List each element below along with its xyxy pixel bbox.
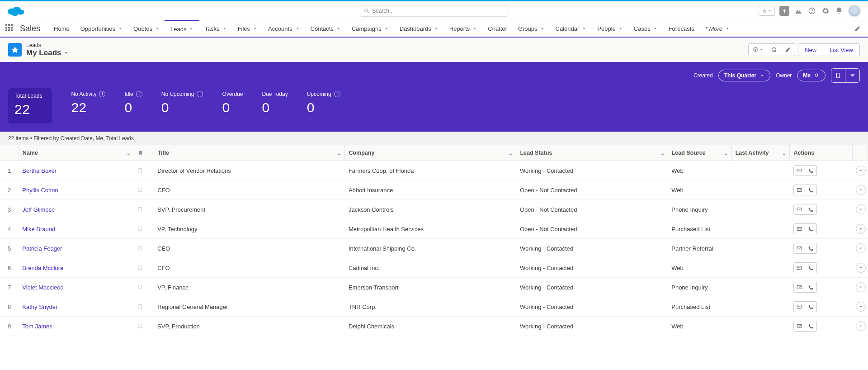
stat-overdue[interactable]: Overdue0 (222, 91, 243, 115)
call-action-button[interactable] (805, 223, 817, 234)
call-action-button[interactable] (805, 262, 817, 273)
call-action-button[interactable] (805, 243, 817, 254)
col-title[interactable]: Title⌄ (154, 145, 345, 161)
col-name[interactable]: Name⌄ (19, 145, 134, 161)
nav-item-forecasts[interactable]: Forecasts (663, 20, 700, 37)
email-action-button[interactable] (793, 204, 805, 215)
stat-total-leads[interactable]: Total Leads22 (8, 88, 52, 123)
trailhead-icon[interactable] (794, 6, 803, 15)
lead-name-link[interactable]: Phyllis Cotton (22, 187, 58, 194)
nav-item-people[interactable]: People (592, 20, 628, 37)
info-icon[interactable]: i (197, 91, 203, 97)
lead-name-link[interactable]: Jeff Glimpse (22, 206, 55, 213)
email-action-button[interactable] (793, 301, 805, 312)
row-menu-button[interactable] (856, 263, 866, 273)
owner-filter-pill[interactable]: Me (797, 70, 826, 81)
global-search[interactable] (360, 5, 508, 17)
nav-item-files[interactable]: Files (232, 20, 263, 37)
bookmark-icon[interactable] (137, 304, 150, 310)
stat-idle[interactable]: Idlei0 (124, 91, 142, 115)
bookmark-icon[interactable] (137, 265, 150, 271)
lead-name-link[interactable]: Kathy Snyder (22, 304, 57, 310)
nav-item-reports[interactable]: Reports (444, 20, 483, 37)
col-bookmark[interactable] (134, 145, 154, 161)
row-menu-button[interactable] (856, 243, 866, 253)
row-menu-button[interactable] (856, 204, 866, 214)
stat-no-activity[interactable]: No Activityi22 (71, 91, 105, 115)
call-action-button[interactable] (805, 204, 817, 215)
list-view-picker[interactable]: My Leads (26, 48, 68, 57)
row-menu-button[interactable] (856, 302, 866, 312)
info-icon[interactable]: i (334, 91, 340, 97)
nav-item-quotes[interactable]: Quotes (128, 20, 165, 37)
bookmark-icon[interactable] (137, 284, 150, 290)
email-action-button[interactable] (793, 282, 805, 293)
edit-nav-icon[interactable] (854, 25, 861, 32)
email-action-button[interactable] (793, 223, 805, 234)
nav-item-calendar[interactable]: Calendar (550, 20, 592, 37)
notifications-bell-icon[interactable] (835, 6, 844, 15)
nav-item-leads[interactable]: Leads (165, 20, 199, 37)
list-view-controls-button[interactable] (748, 43, 767, 56)
setup-gear-icon[interactable] (821, 6, 830, 15)
row-menu-button[interactable] (856, 166, 866, 176)
row-menu-button[interactable] (856, 224, 866, 234)
row-menu-button[interactable] (856, 321, 866, 331)
nav-item-groups[interactable]: Groups (513, 20, 550, 37)
stat-upcoming[interactable]: Upcomingi0 (307, 91, 340, 115)
refresh-button[interactable] (767, 43, 781, 56)
bookmark-icon[interactable] (137, 245, 150, 251)
nav-item-campaigns[interactable]: Campaigns (346, 20, 394, 37)
call-action-button[interactable] (805, 301, 817, 312)
call-action-button[interactable] (805, 165, 817, 176)
email-action-button[interactable] (793, 321, 805, 332)
info-icon[interactable]: i (99, 91, 105, 97)
app-launcher-icon[interactable] (5, 24, 14, 33)
lead-name-link[interactable]: Bertha Boxer (22, 167, 57, 174)
lead-name-link[interactable]: Mike Braund (22, 226, 55, 232)
info-icon[interactable]: i (136, 91, 142, 97)
user-avatar[interactable] (848, 5, 861, 17)
col-company[interactable]: Company⌄ (345, 145, 516, 161)
bookmark-icon[interactable] (137, 167, 150, 174)
bookmark-panel-button[interactable] (831, 68, 845, 83)
col-last-activity[interactable]: Last Activity⌄ (731, 145, 790, 161)
email-action-button[interactable] (793, 243, 805, 254)
lead-name-link[interactable]: Violet Maccleod (22, 284, 64, 291)
nav-item-dashboards[interactable]: Dashboards (394, 20, 444, 37)
nav-more[interactable]: * More (700, 25, 735, 32)
inline-edit-button[interactable] (781, 43, 795, 56)
stat-due-today[interactable]: Due Today0 (262, 91, 288, 115)
stat-no-upcoming[interactable]: No Upcomingi0 (161, 91, 203, 115)
created-filter-pill[interactable]: This Quarter (718, 70, 770, 81)
global-create-button[interactable]: + (779, 6, 789, 16)
col-lead-source[interactable]: Lead Source⌄ (668, 145, 731, 161)
salesforce-logo[interactable] (5, 4, 26, 18)
lead-name-link[interactable]: Brenda Mcclure (22, 265, 63, 271)
lead-name-link[interactable]: Tom James (22, 323, 52, 330)
favorites-button[interactable] (759, 6, 775, 16)
nav-item-opportunities[interactable]: Opportunities (75, 20, 128, 37)
list-view-button[interactable]: List View (823, 43, 860, 56)
email-action-button[interactable] (793, 185, 805, 195)
lead-name-link[interactable]: Patricia Feager (22, 245, 62, 252)
new-button[interactable]: New (798, 43, 823, 56)
bookmark-icon[interactable] (137, 206, 150, 213)
nav-item-contacts[interactable]: Contacts (305, 20, 346, 37)
bookmark-icon[interactable] (137, 323, 150, 329)
row-menu-button[interactable] (856, 282, 866, 292)
nav-item-tasks[interactable]: Tasks (199, 20, 232, 37)
email-action-button[interactable] (793, 165, 805, 176)
bookmark-icon[interactable] (137, 187, 150, 193)
bookmark-icon[interactable] (137, 226, 150, 232)
email-action-button[interactable] (793, 262, 805, 273)
help-icon[interactable] (807, 6, 816, 15)
nav-item-cases[interactable]: Cases (628, 20, 663, 37)
col-lead-status[interactable]: Lead Status⌄ (516, 145, 668, 161)
call-action-button[interactable] (805, 321, 817, 332)
filter-panel-button[interactable] (845, 68, 860, 83)
nav-item-chatter[interactable]: Chatter (482, 20, 513, 37)
search-input[interactable] (372, 8, 504, 14)
row-menu-button[interactable] (856, 185, 866, 195)
nav-item-home[interactable]: Home (48, 20, 75, 37)
